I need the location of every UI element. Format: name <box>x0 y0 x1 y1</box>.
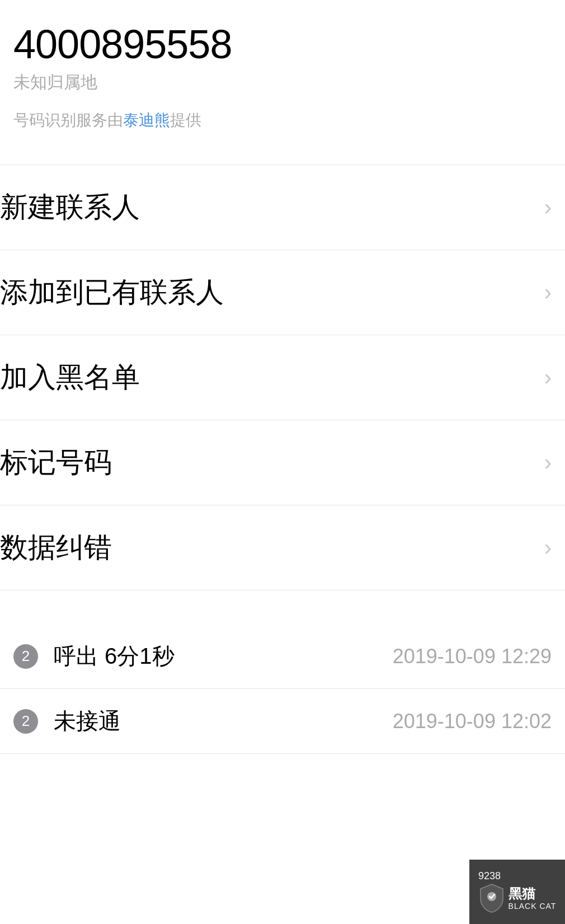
chevron-right-icon: › <box>544 535 552 560</box>
shield-icon <box>478 883 505 913</box>
menu-item-2[interactable]: 加入黑名单 › <box>0 335 565 420</box>
call-badge-1: 2 <box>13 709 38 734</box>
provider-text: 号码识别服务由泰迪熊提供 <box>13 110 552 131</box>
menu-item-label-0: 新建联系人 <box>0 189 140 226</box>
menu-item-4[interactable]: 数据纠错 › <box>0 505 565 590</box>
watermark-number: 9238 <box>476 870 501 882</box>
menu-item-label-1: 添加到已有联系人 <box>0 274 224 311</box>
menu-section: 新建联系人 › 添加到已有联系人 › 加入黑名单 › 标记号码 › 数据纠错 › <box>0 165 565 590</box>
call-item-0: 2 呼出 6分1秒 2019-10-09 12:29 <box>0 624 565 689</box>
chevron-right-icon: › <box>544 450 552 475</box>
watermark-english-text: BLACK CAT <box>509 902 557 911</box>
call-type-0: 呼出 6分1秒 <box>54 644 175 668</box>
call-type-1: 未接通 <box>54 709 121 733</box>
chevron-right-icon: › <box>544 365 552 390</box>
watermark-chinese-text: 黑猫 <box>509 886 557 902</box>
call-history-section: 2 呼出 6分1秒 2019-10-09 12:29 2 未接通 2019-10… <box>0 624 565 754</box>
call-info-0: 呼出 6分1秒 <box>54 641 393 672</box>
menu-item-3[interactable]: 标记号码 › <box>0 420 565 505</box>
watermark-text-column: 黑猫 BLACK CAT <box>509 886 557 911</box>
provider-suffix: 提供 <box>170 111 201 129</box>
menu-item-label-2: 加入黑名单 <box>0 359 140 396</box>
menu-item-label-4: 数据纠错 <box>0 529 112 566</box>
call-time-0: 2019-10-09 12:29 <box>393 645 552 668</box>
phone-number: 4000895558 <box>13 22 552 67</box>
chevron-right-icon: › <box>544 280 552 305</box>
provider-link[interactable]: 泰迪熊 <box>123 111 170 129</box>
menu-item-label-3: 标记号码 <box>0 444 112 481</box>
watermark-logo: 黑猫 BLACK CAT <box>478 883 557 913</box>
call-info-1: 未接通 <box>54 706 393 737</box>
chevron-right-icon: › <box>544 195 552 220</box>
provider-prefix: 号码识别服务由 <box>13 111 123 129</box>
call-time-1: 2019-10-09 12:02 <box>393 710 552 733</box>
call-badge-0: 2 <box>13 644 38 669</box>
location-text: 未知归属地 <box>13 71 552 94</box>
menu-item-1[interactable]: 添加到已有联系人 › <box>0 250 565 335</box>
call-item-1: 2 未接通 2019-10-09 12:02 <box>0 689 565 754</box>
menu-item-0[interactable]: 新建联系人 › <box>0 165 565 250</box>
header-section: 4000895558 未知归属地 号码识别服务由泰迪熊提供 <box>0 0 565 142</box>
watermark: 9238 黑猫 BLACK CAT <box>469 860 565 924</box>
